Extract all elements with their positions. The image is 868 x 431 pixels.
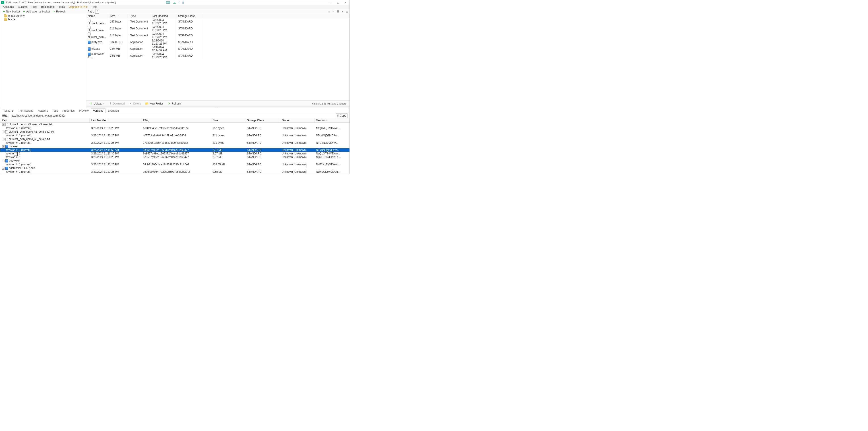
add-external-bucket-button[interactable]: ✚Add external bucket <box>22 10 51 13</box>
delete-button[interactable]: ✖Delete <box>127 101 143 106</box>
file-row[interactable]: hfs.exe2.07 MBApplication3/24/2024 12:14… <box>86 45 349 52</box>
tree-item-bucket[interactable]: bucket <box>0 18 86 21</box>
splitter-handle[interactable]: · · · <box>86 106 349 108</box>
col-storageclass[interactable]: Storage Class <box>177 14 202 18</box>
version-rev-row[interactable]: revision #: 3 (current)3/24/2024 12:14:5… <box>0 148 349 152</box>
version-rev-row[interactable]: revision #: 1 (current)3/23/2024 11:23:2… <box>0 170 349 174</box>
version-key-row[interactable]: −hfs.exe <box>0 145 349 148</box>
star-icon[interactable]: ☆ <box>327 10 331 13</box>
menu-bookmarks[interactable]: Bookmarks <box>39 5 56 9</box>
col-spacer <box>202 14 349 18</box>
version-key-row[interactable]: −s3browser-11-6-7.exe <box>0 166 349 170</box>
copy-button[interactable]: ⎘Copy <box>336 113 348 118</box>
version-key-row[interactable]: −cluster1_svm_demo_s3_details.txt <box>0 137 349 141</box>
refresh-files-button[interactable]: ⟳Refresh <box>165 101 183 106</box>
file-icon <box>5 123 8 126</box>
collapse-icon[interactable]: − <box>2 123 4 126</box>
version-rev-row[interactable]: revision #: 1 (current)3/23/2024 11:23:2… <box>0 141 349 145</box>
minimize-button[interactable]: — <box>327 0 334 5</box>
collapse-icon[interactable]: − <box>2 160 4 162</box>
vercol-storageclass[interactable]: Storage Class <box>245 118 280 123</box>
file-row[interactable]: cluster1_svm...211 bytesText Document3/2… <box>86 25 349 32</box>
new-bucket-button[interactable]: ✚New bucket <box>1 10 22 13</box>
tab-permissions[interactable]: Permissions <box>17 108 35 113</box>
version-key-row[interactable]: −cluster1_svm_demo_s3_details (1).txt <box>0 130 349 134</box>
menu-accounts[interactable]: Accounts <box>1 5 16 9</box>
tab-headers[interactable]: Headers <box>35 108 50 113</box>
file-name: putty.exe <box>91 40 102 44</box>
tab-eventlog[interactable]: Event log <box>105 108 121 113</box>
tab-tags[interactable]: Tags <box>50 108 60 113</box>
cloud-icon[interactable]: ☁ <box>173 1 176 4</box>
tab-tasks[interactable]: Tasks (1) <box>1 108 17 113</box>
tree-item-ontap-dummy[interactable]: ontap-dummy <box>0 14 86 18</box>
menu-files[interactable]: Files <box>30 5 39 9</box>
edit-icon[interactable]: ✎ <box>332 10 335 13</box>
file-row[interactable]: cluster1_dem...157 bytesText Document3/2… <box>86 18 349 25</box>
revision-etag: 9e8557e98ed1269372ff0ace91d63477 <box>141 155 211 159</box>
file-size: 211 bytes <box>108 32 128 39</box>
menu-buckets[interactable]: Buckets <box>16 5 29 9</box>
file-lastmodified: 3/23/2024 11:23:26 PM <box>150 52 177 59</box>
vercol-versionid[interactable]: Version Id <box>314 118 349 123</box>
version-rev-row[interactable]: revision #: 1 (current)3/23/2024 11:23:2… <box>0 126 349 130</box>
revision-etag: 9e8557e98ed1269372ff0ace91d63477 <box>141 152 211 155</box>
file-size: 157 bytes <box>108 18 128 25</box>
menu-tools[interactable]: Tools <box>57 5 66 9</box>
revision-label: revision #: 1 (current) <box>0 126 89 130</box>
col-lastmodified[interactable]: Last Modified <box>150 14 177 18</box>
vercol-key[interactable]: Key <box>0 118 89 123</box>
revision-versionid: NDg0MjQ1MDAw... <box>314 134 349 137</box>
info-icon[interactable]: i <box>179 1 180 4</box>
col-size[interactable]: Size▴ <box>108 14 128 18</box>
collapse-icon[interactable]: − <box>2 138 4 140</box>
file-row[interactable]: s3browser-11...9.58 MBApplication3/23/20… <box>86 52 349 59</box>
revision-label: revision #: 1 (current) <box>0 134 89 137</box>
version-rev-row[interactable]: revision #: 13/23/2024 11:23:25 PM9e8557… <box>0 155 349 159</box>
collapse-icon[interactable]: − <box>2 145 4 148</box>
new-folder-button[interactable]: 📁New Folder <box>143 101 165 106</box>
tab-preview[interactable]: Preview <box>77 108 91 113</box>
vercol-owner[interactable]: Owner <box>280 118 314 123</box>
keyboard-icon[interactable]: ⌨ <box>166 1 170 4</box>
file-row[interactable]: cluster1_svm...211 bytesText Document3/2… <box>86 32 349 39</box>
collapse-icon[interactable]: − <box>2 131 4 133</box>
version-key-row[interactable]: −putty.exe <box>0 159 349 163</box>
bar-icon[interactable]: ▮ <box>182 1 184 4</box>
list-icon[interactable]: ☰ <box>336 10 340 13</box>
tab-versions[interactable]: Versions <box>91 108 105 113</box>
version-rev-row[interactable]: revision #: 1 (current)3/23/2024 11:23:2… <box>0 163 349 166</box>
columns-icon[interactable]: ▤ <box>345 10 349 13</box>
refresh-bucket-button[interactable]: ⟳Refresh <box>51 10 67 13</box>
bucket-tree[interactable]: ontap-dummy bucket <box>0 14 86 108</box>
versions-grid[interactable]: Key Last Modified ETag Size Storage Clas… <box>0 118 349 174</box>
file-icon <box>88 47 91 51</box>
revision-size: 2.07 MB <box>211 155 245 159</box>
collapse-icon[interactable]: − <box>2 167 4 170</box>
revision-size: 2.07 MB <box>211 152 245 155</box>
col-name[interactable]: Name <box>86 14 108 18</box>
file-row[interactable]: putty.exe834.05 KBApplication3/23/2024 1… <box>86 39 349 45</box>
file-grid[interactable]: Name Size▴ Type Last Modified Storage Cl… <box>86 14 349 100</box>
version-rev-row[interactable]: revision #: 23/23/2024 11:23:36 PM9e8557… <box>0 152 349 155</box>
revision-size: 211 bytes <box>211 141 245 145</box>
tab-properties[interactable]: Properties <box>60 108 77 113</box>
version-rev-row[interactable]: revision #: 1 (current)3/23/2024 11:23:2… <box>0 134 349 137</box>
filter-icon[interactable]: ▾ <box>341 10 344 13</box>
file-name: cluster1_dem... <box>88 22 106 25</box>
vercol-size[interactable]: Size <box>211 118 245 123</box>
menu-help[interactable]: Help <box>90 5 99 9</box>
maximize-button[interactable]: ▢ <box>334 0 342 5</box>
revision-lastmodified: 3/23/2024 11:23:26 PM <box>89 170 141 174</box>
revision-label: revision #: 1 <box>0 155 89 159</box>
close-button[interactable]: ✕ <box>342 0 349 5</box>
version-key-row[interactable]: −cluster1_demo_s3_user_s3_user.txt <box>0 123 349 126</box>
col-type[interactable]: Type <box>128 14 150 18</box>
menu-upgrade[interactable]: Upgrade to Pro! <box>67 5 89 9</box>
download-button[interactable]: ⬇Download <box>106 101 126 106</box>
vercol-lastmodified[interactable]: Last Modified <box>89 118 141 123</box>
upload-button[interactable]: ⬆Upload▾ <box>87 101 106 106</box>
vercol-etag[interactable]: ETag <box>141 118 211 123</box>
path-input[interactable]: / <box>95 9 99 13</box>
url-value[interactable]: http://bucket.s3portal.demo.netapp.com:8… <box>11 114 334 117</box>
